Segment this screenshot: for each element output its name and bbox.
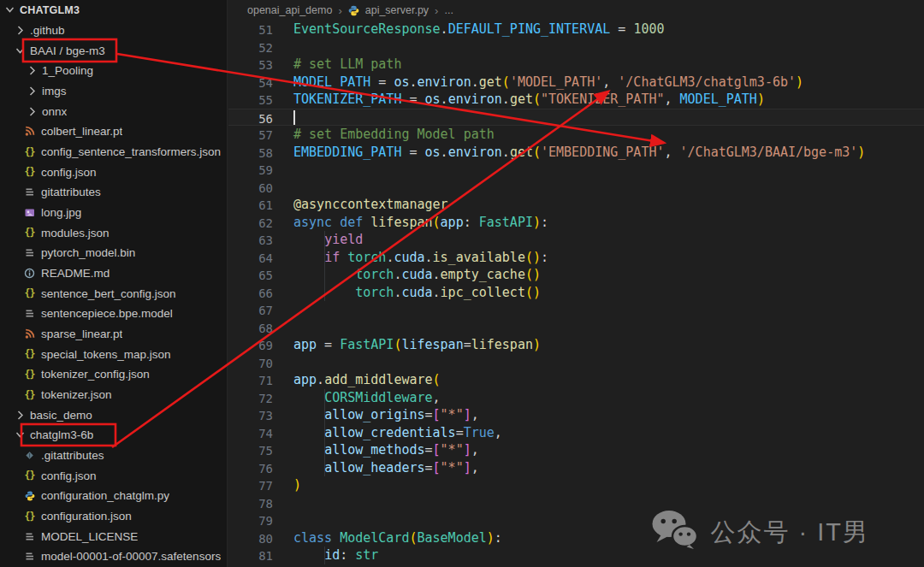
- sidebar-item-chatglm3-6b[interactable]: chatglm3-6b: [0, 425, 227, 446]
- json-file-icon: {}: [22, 227, 37, 239]
- sidebar-item-label: config.json: [41, 166, 97, 179]
- code-line-61[interactable]: 61@asynccontextmanager: [228, 196, 924, 214]
- info-readme-icon: [22, 267, 37, 280]
- sidebar-item-label: .gitattributes: [41, 449, 104, 462]
- code-line-54[interactable]: 54MODEL_PATH = os.environ.get('MODEL_PAT…: [228, 74, 924, 92]
- code-line-73[interactable]: 73 allow_origins=["*"],: [228, 406, 924, 424]
- sidebar-item-label: colbert_linear.pt: [41, 125, 122, 138]
- code-line-70[interactable]: 70: [228, 354, 924, 372]
- sidebar-item-readme-md[interactable]: README.md: [0, 263, 227, 284]
- sidebar-item-pytorch-model-bin[interactable]: pytorch_model.bin: [0, 243, 227, 263]
- chevron-down-icon: [14, 44, 27, 56]
- sidebar-item-label: README.md: [41, 267, 110, 280]
- code-line-68[interactable]: 68: [228, 319, 924, 337]
- breadcrumb-symbol-more[interactable]: ...: [444, 4, 453, 16]
- code-text: [273, 494, 293, 512]
- sidebar-item-model-license[interactable]: MODEL_LICENSE: [0, 526, 227, 546]
- sidebar-item-model-00001-of-00007-safetensors[interactable]: model-00001-of-00007.safetensors: [0, 546, 227, 567]
- code-line-74[interactable]: 74 allow_credentials=True,: [228, 424, 924, 442]
- sidebar-item-long-jpg[interactable]: long.jpg: [0, 203, 227, 223]
- code-line-53[interactable]: 53# set LLM path: [228, 56, 924, 74]
- code-line-63[interactable]: 63 yield: [228, 231, 924, 249]
- sidebar-item-gitattributes[interactable]: gitattributes: [0, 182, 227, 203]
- code-text: [273, 179, 293, 197]
- breadcrumb-folder[interactable]: openai_api_demo: [247, 4, 332, 16]
- line-number: 58: [228, 144, 273, 162]
- code-line-72[interactable]: 72 CORSMiddleware,: [228, 389, 924, 407]
- code-line-77[interactable]: 77): [228, 476, 924, 494]
- sidebar-item-colbert-linear-pt[interactable]: colbert_linear.pt: [0, 121, 227, 142]
- code-line-69[interactable]: 69app = FastAPI(lifespan=lifespan): [228, 336, 924, 354]
- sidebar-item-label: config.json: [41, 470, 97, 482]
- code-line-71[interactable]: 71app.add_middleware(: [228, 371, 924, 389]
- code-line-78[interactable]: 78: [228, 494, 924, 512]
- sidebar-item-chatglm3[interactable]: CHATGLM3: [0, 0, 227, 21]
- code-line-52[interactable]: 52: [228, 38, 924, 56]
- sidebar-item-label: MODEL_LICENSE: [41, 530, 138, 543]
- python-icon: [22, 489, 37, 502]
- sidebar-item-github[interactable]: .github: [0, 21, 227, 41]
- vscode-window: CHATGLM3.githubBAAI / bge-m31_Poolingimg…: [0, 0, 924, 567]
- sidebar-item-tokenizer-config-json[interactable]: {}tokenizer_config.json: [0, 364, 227, 385]
- json-file-icon: {}: [22, 470, 37, 482]
- sidebar-item-basic-demo[interactable]: basic_demo: [0, 405, 227, 425]
- code-text: [273, 511, 293, 529]
- sidebar-item-sentencepiece-bpe-model[interactable]: sentencepiece.bpe.model: [0, 304, 227, 324]
- code-editor[interactable]: 51EventSourceResponse.DEFAULT_PING_INTER…: [228, 21, 924, 567]
- sidebar-item-special-tokens-map-json[interactable]: {}special_tokens_map.json: [0, 344, 227, 364]
- code-line-57[interactable]: 57# set Embedding Model path: [228, 126, 924, 144]
- line-number: 68: [228, 319, 273, 337]
- sidebar-item-onnx[interactable]: onnx: [0, 101, 227, 121]
- code-line-55[interactable]: 55TOKENIZER_PATH = os.environ.get("TOKEN…: [228, 91, 924, 109]
- code-text: allow_methods=["*"],: [273, 441, 479, 459]
- sidebar-item-config-json[interactable]: {}config.json: [0, 162, 227, 182]
- code-text: app = FastAPI(lifespan=lifespan): [273, 336, 541, 354]
- code-line-80[interactable]: 80class ModelCard(BaseModel):: [228, 529, 924, 547]
- code-line-60[interactable]: 60: [228, 179, 924, 197]
- sidebar-item-baai-bge-m3[interactable]: BAAI / bge-m3: [0, 40, 227, 61]
- line-number: 64: [228, 249, 273, 267]
- breadcrumb-separator: ›: [338, 4, 341, 17]
- code-text: # set LLM path: [273, 56, 401, 74]
- code-line-67[interactable]: 67: [228, 301, 924, 319]
- code-line-76[interactable]: 76 allow_headers=["*"],: [228, 459, 924, 477]
- sidebar-item-config-sentence-transformers-json[interactable]: {}config_sentence_transformers.json: [0, 142, 227, 162]
- sidebar-item-imgs[interactable]: imgs: [0, 81, 227, 102]
- code-line-58[interactable]: 58EMBEDDING_PATH = os.environ.get('EMBED…: [228, 144, 924, 162]
- code-line-59[interactable]: 59: [228, 161, 924, 179]
- code-line-65[interactable]: 65 torch.cuda.empty_cache(): [228, 266, 924, 284]
- code-line-56[interactable]: 56: [228, 109, 924, 127]
- code-line-66[interactable]: 66 torch.cuda.ipc_collect(): [228, 284, 924, 302]
- code-text: @asynccontextmanager: [273, 196, 448, 214]
- sidebar-item-configuration-json[interactable]: {}configuration.json: [0, 506, 227, 527]
- code-line-81[interactable]: 81 id: str: [228, 546, 924, 564]
- sidebar-item-tokenizer-json[interactable]: {}tokenizer.json: [0, 385, 227, 405]
- line-number: 81: [228, 546, 273, 564]
- sidebar-item-modules-json[interactable]: {}modules.json: [0, 222, 227, 243]
- line-number: 79: [228, 511, 273, 529]
- line-number: 73: [228, 406, 273, 424]
- code-text: torch.cuda.ipc_collect(): [273, 284, 541, 302]
- code-line-64[interactable]: 64 if torch.cuda.is_available():: [228, 249, 924, 267]
- sidebar-item-config-json[interactable]: {}config.json: [0, 465, 227, 486]
- line-number: 69: [228, 336, 273, 354]
- text-cursor: [293, 110, 295, 125]
- chevron-right-icon: [14, 25, 27, 37]
- code-line-51[interactable]: 51EventSourceResponse.DEFAULT_PING_INTER…: [228, 21, 924, 38]
- line-number: 56: [228, 109, 273, 126]
- line-number: 60: [228, 179, 273, 197]
- sidebar-item-gitattributes[interactable]: .gitattributes: [0, 446, 227, 466]
- sidebar-item-1-pooling[interactable]: 1_Pooling: [0, 61, 227, 81]
- line-number: 51: [228, 21, 273, 38]
- code-line-79[interactable]: 79: [228, 511, 924, 529]
- sidebar-item-label: sentence_bert_config.json: [41, 287, 176, 300]
- sidebar-item-sentence-bert-config-json[interactable]: {}sentence_bert_config.json: [0, 283, 227, 304]
- code-line-75[interactable]: 75 allow_methods=["*"],: [228, 441, 924, 459]
- code-text: id: str: [273, 546, 378, 564]
- sidebar-item-configuration-chatglm-py[interactable]: configuration_chatglm.py: [0, 486, 227, 506]
- breadcrumb-file[interactable]: api_server.py: [365, 4, 429, 16]
- line-number: 63: [228, 231, 273, 249]
- code-line-62[interactable]: 62async def lifespan(app: FastAPI):: [228, 214, 924, 232]
- sidebar-item-sparse-linear-pt[interactable]: sparse_linear.pt: [0, 324, 227, 345]
- line-number: 54: [228, 74, 273, 92]
